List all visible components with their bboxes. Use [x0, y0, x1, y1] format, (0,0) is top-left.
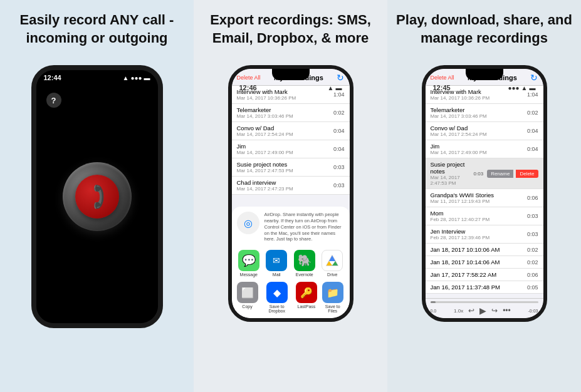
airdrop-icon: ◎	[237, 212, 259, 234]
phone-icon: 📞	[81, 182, 112, 212]
item-actions: 0:03 Rename Delete	[474, 170, 538, 178]
recording-item[interactable]: Grandpa's WWII Stories Mar 11, 2017 12:1…	[426, 189, 543, 207]
status-icons-2: ▲ ▬	[328, 85, 342, 91]
panel-1-title: Easily record ANY call - incoming or out…	[6, 11, 187, 55]
player-buttons: 1.0x ↩ ▶ ↪ •••	[454, 306, 511, 316]
player-controls: 0.0 1.0x ↩ ▶ ↪ ••• -0:03	[431, 306, 538, 316]
share-apps-row-2: ⬜ Copy ◆ Save to Dropbox 🔑 LastPass 📁 Sa…	[237, 282, 345, 313]
recording-item[interactable]: Jan 16, 2017 11:37:48 PM 0:05	[426, 281, 543, 294]
speed-label[interactable]: 1.0x	[454, 308, 463, 314]
battery-icon: ▬	[144, 75, 150, 81]
share-files[interactable]: 📁 Save to Files	[321, 282, 345, 313]
rename-button[interactable]: Rename	[487, 170, 513, 178]
signal-icon: ●●●	[130, 75, 142, 81]
battery-icon-2: ▬	[336, 85, 342, 91]
share-copy[interactable]: ⬜ Copy	[237, 282, 258, 313]
record-button[interactable]: 📞	[63, 162, 132, 231]
recording-item[interactable]: Jan 18, 2017 10:10:06 AM 0:02	[426, 244, 543, 256]
recordings-list-2: Interview with Mark Mar 14, 2017 10:36:2…	[232, 86, 350, 195]
share-dropbox[interactable]: ◆ Save to Dropbox	[262, 282, 292, 313]
more-button[interactable]: •••	[503, 306, 511, 315]
status-bar-1: 12:44 ▲ ●●● ▬	[36, 70, 158, 85]
status-bar-2: 12:46 ▲ ▬	[232, 80, 350, 95]
status-icons-3: ●●● ▲ ▬	[508, 85, 535, 91]
time-2: 12:46	[239, 84, 257, 91]
status-bar-3: 12:45 ●●● ▲ ▬	[426, 80, 543, 95]
delete-button[interactable]: Delete	[516, 170, 538, 178]
phone-1-screen: 12:44 ▲ ●●● ▬ ? 📞	[36, 70, 158, 323]
panel-manage: Play, download, share, and manage record…	[387, 0, 581, 392]
recording-item[interactable]: Jim Mar 14, 2017 2:49:00 PM 0:04	[426, 140, 543, 158]
player-time-elapsed: 0.0	[431, 309, 437, 313]
share-evernote[interactable]: 🐘 Evernote	[294, 250, 315, 277]
signal-icon-3: ●●●	[508, 85, 519, 91]
phone-2-screen: 12:46 ▲ ▬ Delete All My Recordings ↻ Int…	[232, 69, 350, 318]
recording-item[interactable]: Jen Interview Feb 28, 2017 12:39:46 PM 0…	[426, 225, 543, 244]
phone-1: 12:44 ▲ ●●● ▬ ? 📞	[31, 65, 163, 328]
wifi-icon: ▲	[122, 75, 128, 81]
airdrop-symbol: ◎	[244, 217, 253, 229]
recording-item[interactable]: Jan 17, 2017 7:58:22 AM 0:06	[426, 269, 543, 281]
play-button[interactable]: ▶	[479, 306, 486, 316]
share-lastpass[interactable]: 🔑 LastPass	[296, 282, 317, 313]
wifi-icon-2: ▲	[328, 85, 334, 91]
panel-record: Easily record ANY call - incoming or out…	[0, 0, 194, 392]
recording-item[interactable]: Jim Mar 14, 2017 2:49:00 PM 0:04	[232, 140, 350, 158]
status-icons-1: ▲ ●●● ▬	[122, 75, 150, 81]
panel-export: Export recordings: SMS, Email, Dropbox, …	[194, 0, 387, 392]
phone-3: 12:45 ●●● ▲ ▬ Delete All My Recordings ↻…	[422, 65, 547, 322]
svg-marker-1	[329, 255, 335, 261]
notch-2	[272, 69, 310, 80]
phone-3-screen: 12:45 ●●● ▲ ▬ Delete All My Recordings ↻…	[426, 69, 543, 318]
share-drive[interactable]: Drive	[322, 250, 343, 277]
player-bar: 0.0 1.0x ↩ ▶ ↪ ••• -0:03	[426, 298, 543, 318]
recording-item[interactable]: Telemarketer Mar 14, 2017 3:03:46 PM 0:0…	[426, 104, 543, 122]
help-button[interactable]: ?	[46, 93, 61, 108]
share-apps-row-1: 💬 Message ✉ Mail 🐘 Evernote	[237, 250, 345, 277]
forward-button[interactable]: ↪	[491, 306, 498, 315]
player-time-remaining: -0:03	[528, 309, 538, 313]
rewind-button[interactable]: ↩	[468, 306, 474, 315]
recording-item-selected[interactable]: Susie project notes Mar 14, 2017 2:47:53…	[426, 158, 543, 189]
progress-fill	[431, 301, 436, 303]
record-button-inner: 📞	[75, 175, 119, 219]
recording-item[interactable]: Convo w/ Dad Mar 14, 2017 2:54:24 PM 0:0…	[426, 122, 543, 140]
share-sheet: ◎ AirDrop. Share instantly with people n…	[232, 207, 350, 318]
wifi-icon-3: ▲	[521, 85, 528, 91]
panel-3-title: Play, download, share, and manage record…	[394, 11, 575, 55]
recording-item[interactable]: Convo w/ Dad Mar 14, 2017 2:54:24 PM 0:0…	[232, 122, 350, 140]
share-mail[interactable]: ✉ Mail	[266, 250, 287, 277]
panel-2-title: Export recordings: SMS, Email, Dropbox, …	[200, 11, 381, 55]
recording-item[interactable]: Susie project notes Mar 14, 2017 2:47:53…	[232, 158, 350, 177]
notch-3	[466, 69, 503, 80]
phone-2: 12:46 ▲ ▬ Delete All My Recordings ↻ Int…	[228, 65, 353, 322]
time-1: 12:44	[44, 74, 61, 81]
recording-item[interactable]: Jan 18, 2017 10:14:06 AM 0:02	[426, 256, 543, 269]
recording-item[interactable]: Chad interview Mar 14, 2017 2:47:23 PM 0…	[232, 177, 350, 195]
recordings-list-3: Interview with Mark Mar 14, 2017 10:36:2…	[426, 86, 543, 318]
recording-item[interactable]: Telemarketer Mar 14, 2017 3:03:46 PM 0:0…	[232, 104, 350, 122]
share-sheet-description: AirDrop. Share instantly with people nea…	[264, 212, 345, 242]
progress-bar[interactable]	[431, 301, 538, 303]
battery-icon-3: ▬	[530, 85, 536, 91]
recording-item[interactable]: Mom Feb 28, 2017 12:40:27 PM 0:03	[426, 207, 543, 225]
share-message[interactable]: 💬 Message	[238, 250, 259, 277]
time-3: 12:45	[433, 84, 451, 91]
